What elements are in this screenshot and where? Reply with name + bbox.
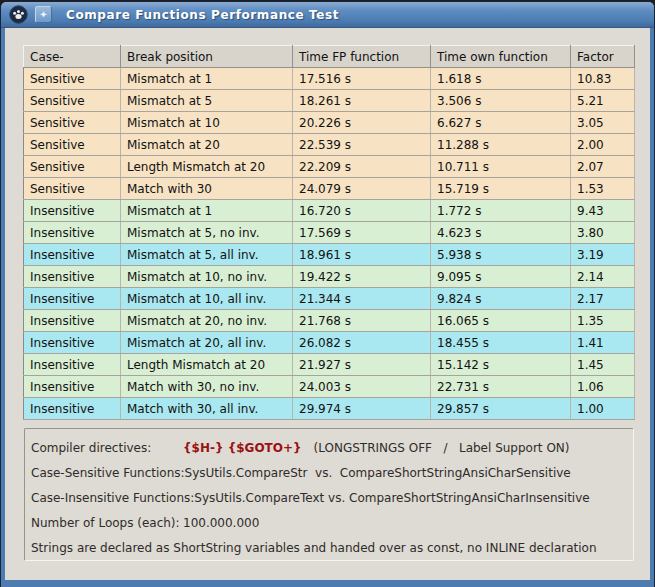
results-table-body: Sensitive Mismatch at 1 17.516 s 1.618 s… [24, 68, 635, 420]
cell-time-own: 15.142 s [431, 354, 571, 376]
cell-time-fp: 21.768 s [293, 310, 431, 332]
cell-factor: 1.35 [571, 310, 635, 332]
table-row[interactable]: Insensitive Mismatch at 5, no inv. 17.56… [24, 222, 635, 244]
cell-break-position: Match with 30, all inv. [121, 398, 293, 420]
cell-factor: 2.07 [571, 156, 635, 178]
cell-time-fp: 17.516 s [293, 68, 431, 90]
table-row[interactable]: Sensitive Mismatch at 10 20.226 s 6.627 … [24, 112, 635, 134]
cell-time-fp: 20.226 s [293, 112, 431, 134]
case-insensitive-functions-value: SysUtils.CompareText vs. CompareShortStr… [194, 486, 589, 511]
case-insensitive-functions-label: Case-Insensitive Functions: [31, 486, 194, 511]
cell-time-own: 22.731 s [431, 376, 571, 398]
compiler-directives-note: (LONGSTRINGS OFF / Label Support ON) [314, 436, 570, 461]
column-header-factor[interactable]: Factor [571, 46, 635, 68]
cell-time-fp: 18.961 s [293, 244, 431, 266]
cell-factor: 1.45 [571, 354, 635, 376]
cell-time-fp: 16.720 s [293, 200, 431, 222]
cell-time-fp: 24.079 s [293, 178, 431, 200]
cell-time-own: 10.711 s [431, 156, 571, 178]
column-header-case[interactable]: Case- [24, 46, 121, 68]
cell-time-own: 1.772 s [431, 200, 571, 222]
strings-declaration-footnote: Strings are declared as ShortString vari… [31, 536, 633, 561]
column-header-time-fp[interactable]: Time FP function [293, 46, 431, 68]
cell-time-fp: 24.003 s [293, 376, 431, 398]
table-row[interactable]: Sensitive Mismatch at 20 22.539 s 11.288… [24, 134, 635, 156]
cell-time-fp: 17.569 s [293, 222, 431, 244]
cell-case: Insensitive [24, 332, 121, 354]
cell-break-position: Mismatch at 10, no inv. [121, 266, 293, 288]
cell-case: Sensitive [24, 112, 121, 134]
table-row[interactable]: Insensitive Mismatch at 10, all inv. 21.… [24, 288, 635, 310]
cell-break-position: Mismatch at 5, all inv. [121, 244, 293, 266]
cell-time-own: 16.065 s [431, 310, 571, 332]
cell-case: Insensitive [24, 200, 121, 222]
table-row[interactable]: Insensitive Length Mismatch at 20 21.927… [24, 354, 635, 376]
cell-factor: 2.14 [571, 266, 635, 288]
table-row[interactable]: Insensitive Mismatch at 20, all inv. 26.… [24, 332, 635, 354]
cell-factor: 1.00 [571, 398, 635, 420]
cell-time-fp: 22.539 s [293, 134, 431, 156]
case-insensitive-functions-row: Case-Insensitive Functions: SysUtils.Com… [31, 486, 633, 511]
table-row[interactable]: Insensitive Match with 30, all inv. 29.9… [24, 398, 635, 420]
titlebar[interactable]: ✦ Compare Functions Performance Test [1, 2, 654, 28]
window-title: Compare Functions Performance Test [66, 8, 339, 22]
cell-factor: 1.41 [571, 332, 635, 354]
table-row[interactable]: Insensitive Mismatch at 5, all inv. 18.9… [24, 244, 635, 266]
cell-factor: 2.17 [571, 288, 635, 310]
cell-time-own: 18.455 s [431, 332, 571, 354]
client-area: Case- Break position Time FP function Ti… [5, 45, 650, 587]
case-sensitive-functions-row: Case-Sensitive Functions: SysUtils.Compa… [31, 461, 633, 486]
cell-case: Insensitive [24, 354, 121, 376]
table-row[interactable]: Sensitive Match with 30 24.079 s 15.719 … [24, 178, 635, 200]
number-of-loops-label: Number of Loops (each): [31, 511, 183, 536]
table-row[interactable]: Insensitive Mismatch at 10, no inv. 19.4… [24, 266, 635, 288]
table-row[interactable]: Insensitive Mismatch at 20, no inv. 21.7… [24, 310, 635, 332]
window-menu-diamond-icon: ✦ [39, 10, 47, 20]
cell-factor: 3.05 [571, 112, 635, 134]
compiler-directives-label: Compiler directives: [31, 436, 183, 461]
cell-factor: 3.80 [571, 222, 635, 244]
cell-factor: 9.43 [571, 200, 635, 222]
cell-time-own: 29.857 s [431, 398, 571, 420]
column-header-time-own[interactable]: Time own function [431, 46, 571, 68]
cell-break-position: Length Mismatch at 20 [121, 354, 293, 376]
table-row[interactable]: Insensitive Match with 30, no inv. 24.00… [24, 376, 635, 398]
cell-time-own: 1.618 s [431, 68, 571, 90]
cell-time-fp: 21.927 s [293, 354, 431, 376]
cell-case: Insensitive [24, 376, 121, 398]
cell-time-fp: 21.344 s [293, 288, 431, 310]
cell-case: Insensitive [24, 244, 121, 266]
cell-case: Sensitive [24, 90, 121, 112]
cell-time-own: 3.506 s [431, 90, 571, 112]
cell-factor: 1.53 [571, 178, 635, 200]
table-row[interactable]: Insensitive Mismatch at 1 16.720 s 1.772… [24, 200, 635, 222]
cell-break-position: Mismatch at 20 [121, 134, 293, 156]
cell-time-fp: 22.209 s [293, 156, 431, 178]
cell-time-fp: 29.974 s [293, 398, 431, 420]
table-row[interactable]: Sensitive Mismatch at 5 18.261 s 3.506 s… [24, 90, 635, 112]
column-header-break-position[interactable]: Break position [121, 46, 293, 68]
cell-case: Sensitive [24, 134, 121, 156]
cell-case: Insensitive [24, 310, 121, 332]
window: ✦ Compare Functions Performance Test Cas… [1, 2, 654, 587]
window-menu-button[interactable]: ✦ [35, 6, 52, 23]
compiler-directives-value: {$H-} {$GOTO+} [183, 436, 302, 461]
table-row[interactable]: Sensitive Length Mismatch at 20 22.209 s… [24, 156, 635, 178]
cell-factor: 1.06 [571, 376, 635, 398]
cell-break-position: Mismatch at 1 [121, 200, 293, 222]
table-row[interactable]: Sensitive Mismatch at 1 17.516 s 1.618 s… [24, 68, 635, 90]
cell-break-position: Mismatch at 10, all inv. [121, 288, 293, 310]
compiler-directives-row: Compiler directives: {$H-} {$GOTO+} (LON… [31, 436, 633, 461]
case-sensitive-functions-label: Case-Sensitive Functions: [31, 461, 185, 486]
cell-case: Insensitive [24, 398, 121, 420]
cell-break-position: Match with 30 [121, 178, 293, 200]
cell-break-position: Mismatch at 5, no inv. [121, 222, 293, 244]
cell-case: Sensitive [24, 156, 121, 178]
cell-break-position: Mismatch at 20, no inv. [121, 310, 293, 332]
cell-time-fp: 19.422 s [293, 266, 431, 288]
cell-case: Sensitive [24, 68, 121, 90]
cell-factor: 10.83 [571, 68, 635, 90]
cell-case: Insensitive [24, 288, 121, 310]
paw-print-app-icon [9, 5, 28, 24]
cell-time-own: 9.095 s [431, 266, 571, 288]
